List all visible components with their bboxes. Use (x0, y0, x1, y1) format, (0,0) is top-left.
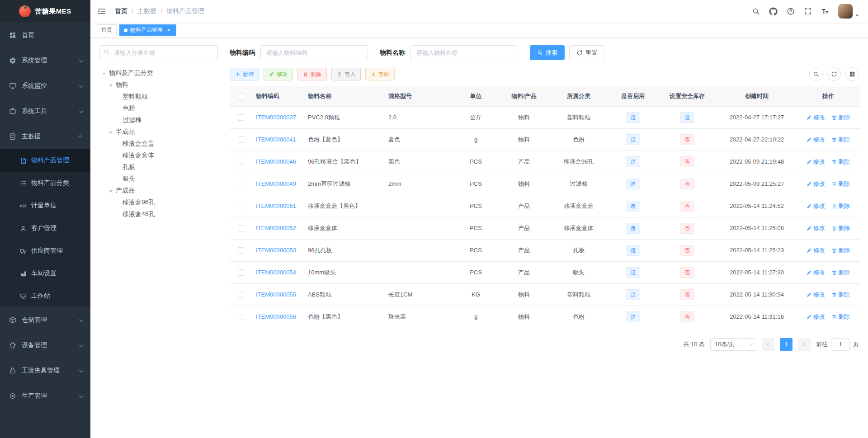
delete-link[interactable]: 删除 (831, 224, 850, 232)
edit-link[interactable]: 修改 (807, 202, 825, 210)
item-code-link[interactable]: ITEM00000052 (256, 225, 296, 231)
item-code-link[interactable]: ITEM00000056 (256, 313, 296, 320)
row-checkbox[interactable] (238, 314, 244, 320)
row-checkbox[interactable] (238, 137, 244, 143)
breadcrumb-item[interactable]: 主数据 (137, 7, 156, 15)
edit-link[interactable]: 修改 (807, 313, 825, 321)
sidebar-item-warehouse-management[interactable]: 仓储管理 (0, 307, 90, 333)
edit-link[interactable]: 修改 (807, 136, 825, 144)
tree-node[interactable]: 吸头 (99, 173, 218, 185)
tree-node[interactable]: 塑料颗粒 (99, 91, 218, 103)
material-code-input[interactable] (260, 45, 368, 60)
search-button[interactable]: 搜索 (530, 45, 565, 60)
delete-link[interactable]: 删除 (831, 268, 850, 277)
item-code-link[interactable]: ITEM00000041 (256, 136, 296, 143)
row-checkbox[interactable] (238, 269, 244, 276)
sidebar-subitem-workshop-settings[interactable]: 车间设置 (0, 262, 90, 285)
close-icon[interactable]: × (165, 27, 172, 33)
tree-node[interactable]: 物料及产品分类 (99, 67, 218, 79)
tree-node[interactable]: 产成品 (99, 185, 218, 197)
sidebar-subitem-material-product-category[interactable]: 物料产品分类 (0, 172, 90, 194)
menu-fold-button[interactable] (90, 0, 113, 23)
delete-link[interactable]: 删除 (831, 291, 850, 299)
sidebar-subitem-supplier-management[interactable]: 供应商管理 (0, 240, 90, 262)
app-logo[interactable]: 苦糖果MES (0, 0, 90, 23)
page-1-button[interactable]: 1 (780, 338, 793, 351)
delete-button[interactable]: 删除 (297, 68, 327, 80)
reset-button[interactable]: 重置 (569, 45, 604, 60)
sidebar-item-system-management[interactable]: 系统管理 (0, 48, 90, 73)
edit-link[interactable]: 修改 (807, 246, 825, 254)
edit-link[interactable]: 修改 (807, 113, 825, 122)
delete-link[interactable]: 删除 (831, 202, 850, 210)
edit-link[interactable]: 修改 (807, 224, 825, 232)
item-code-link[interactable]: ITEM00000053 (256, 247, 296, 254)
select-all-checkbox[interactable] (238, 94, 244, 100)
delete-link[interactable]: 删除 (831, 180, 850, 188)
tree-node[interactable]: 移液盒盒盖 (99, 138, 218, 150)
column-settings-button[interactable] (845, 67, 859, 81)
help-button[interactable] (787, 7, 795, 15)
item-code-link[interactable]: ITEM00000037 (256, 114, 296, 121)
page-size-select[interactable]: 10条/页 (710, 338, 756, 351)
sidebar-subitem-measurement-unit[interactable]: 计量单位 (0, 194, 90, 217)
tab-material-product-management[interactable]: 物料产品管理× (119, 24, 176, 36)
tree-search-input[interactable] (99, 45, 218, 60)
caret-down-icon[interactable] (109, 132, 113, 134)
row-checkbox[interactable] (238, 247, 244, 254)
sidebar-item-fixture-management[interactable]: 工装夹具管理 (0, 358, 90, 383)
delete-link[interactable]: 删除 (831, 313, 850, 321)
item-code-link[interactable]: ITEM00000049 (256, 180, 296, 187)
edit-button[interactable]: 修改 (264, 68, 293, 80)
delete-link[interactable]: 删除 (831, 136, 850, 144)
item-code-link[interactable]: ITEM00000055 (256, 291, 296, 298)
tree-node[interactable]: 物料 (99, 79, 218, 91)
tree-node[interactable]: 过滤棉 (99, 114, 218, 126)
caret-down-icon[interactable] (102, 73, 106, 75)
caret-down-icon[interactable] (109, 190, 113, 193)
tree-node[interactable]: 半成品 (99, 126, 218, 138)
edit-link[interactable]: 修改 (807, 158, 825, 166)
sidebar-subitem-customer-management[interactable]: 客户管理 (0, 217, 90, 240)
tree-node[interactable]: 移液盒48孔 (99, 208, 218, 220)
edit-link[interactable]: 修改 (807, 180, 825, 188)
tree-node[interactable]: 移液盒盒体 (99, 150, 218, 161)
next-page-button[interactable] (798, 338, 811, 351)
sidebar-item-production-management[interactable]: 生产管理 (0, 383, 90, 409)
tree-node[interactable]: 色粉 (99, 103, 218, 114)
user-avatar-dropdown[interactable] (838, 4, 860, 19)
material-name-input[interactable] (410, 45, 518, 60)
toggle-search-button[interactable] (809, 67, 823, 81)
sidebar-item-system-monitor[interactable]: 系统监控 (0, 73, 90, 99)
edit-link[interactable]: 修改 (807, 291, 825, 299)
sidebar-item-home[interactable]: 首页 (0, 23, 90, 48)
sidebar-subitem-material-product-management[interactable]: 物料产品管理 (0, 149, 90, 172)
row-checkbox[interactable] (238, 203, 244, 209)
add-button[interactable]: 新增 (230, 68, 259, 80)
item-code-link[interactable]: ITEM00000046 (256, 158, 296, 165)
item-code-link[interactable]: ITEM00000051 (256, 203, 296, 209)
row-checkbox[interactable] (238, 225, 244, 231)
export-button[interactable]: 导出 (365, 68, 395, 80)
row-checkbox[interactable] (238, 159, 244, 165)
caret-down-icon[interactable] (109, 85, 113, 87)
prev-page-button[interactable] (762, 338, 774, 351)
tree-node[interactable]: 移液盒96孔 (99, 197, 218, 208)
row-checkbox[interactable] (238, 292, 244, 298)
github-button[interactable] (769, 7, 778, 16)
tab-home[interactable]: 首页 (97, 24, 117, 36)
table-refresh-button[interactable] (827, 67, 841, 81)
fullscreen-button[interactable] (804, 7, 812, 15)
tree-node[interactable]: 孔板 (99, 161, 218, 173)
import-button[interactable]: 导入 (331, 68, 361, 80)
sidebar-item-system-tools[interactable]: 系统工具 (0, 99, 90, 124)
breadcrumb-item[interactable]: 首页 (115, 7, 127, 15)
delete-link[interactable]: 删除 (831, 158, 850, 166)
sidebar-item-master-data[interactable]: 主数据 (0, 124, 90, 149)
breadcrumb-item[interactable]: 物料产品管理 (166, 7, 204, 15)
goto-page-input[interactable] (831, 338, 850, 351)
sidebar-subitem-workstation[interactable]: 工作站 (0, 285, 90, 307)
delete-link[interactable]: 删除 (831, 246, 850, 254)
row-checkbox[interactable] (238, 114, 244, 121)
edit-link[interactable]: 修改 (807, 268, 825, 277)
